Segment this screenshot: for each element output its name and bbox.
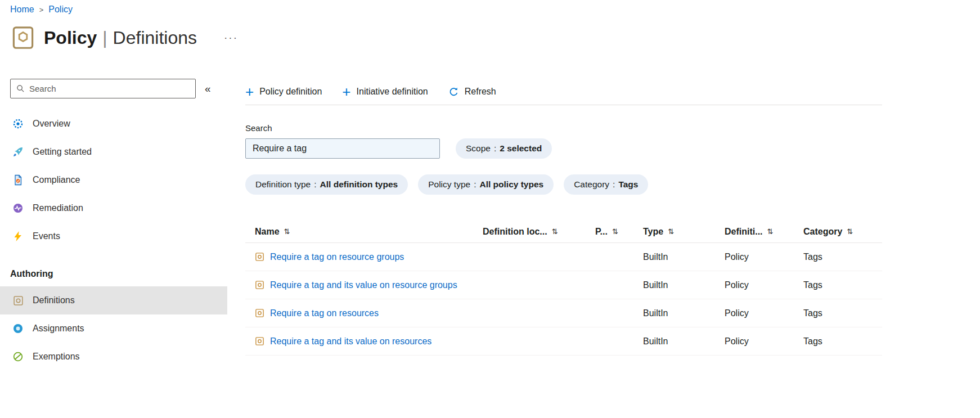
sidebar-item-events[interactable]: Events — [0, 222, 227, 250]
column-label: Definition loc... — [483, 227, 547, 237]
type-cell: BuiltIn — [643, 280, 725, 290]
sidebar-item-label: Exemptions — [33, 352, 80, 362]
column-label: Type — [643, 227, 663, 237]
sidebar-item-label: Assignments — [33, 323, 84, 334]
sidebar-section-authoring: Authoring — [0, 262, 227, 286]
page-title-secondary: Definitions — [113, 28, 197, 48]
definition-link[interactable]: Require a tag and its value on resource … — [270, 280, 457, 290]
definition-search-input[interactable] — [245, 138, 440, 159]
pill-value: All definition types — [320, 179, 398, 190]
pill-separator: : — [474, 179, 476, 190]
sidebar-item-label: Remediation — [33, 203, 83, 213]
plus-icon: + — [245, 86, 254, 97]
sort-icon: ⇅ — [668, 227, 674, 236]
sidebar-search-box[interactable] — [10, 79, 196, 98]
type-cell: BuiltIn — [643, 308, 725, 318]
page-header: Policy|Definitions ··· — [12, 26, 238, 50]
breadcrumb: Home > Policy — [10, 5, 73, 15]
scope-filter-pill[interactable]: Scope : 2 selected — [456, 138, 552, 159]
breadcrumb-home-link[interactable]: Home — [10, 5, 34, 15]
policy-definition-button[interactable]: + Policy definition — [245, 86, 322, 97]
pill-value: All policy types — [479, 179, 543, 190]
sidebar-item-label: Compliance — [33, 175, 80, 185]
policy-page-icon — [12, 26, 34, 50]
table-row: Require a tag on resource groups BuiltIn… — [245, 243, 882, 271]
breadcrumb-policy-link[interactable]: Policy — [48, 5, 73, 15]
definition-link[interactable]: Require a tag on resources — [270, 308, 379, 318]
definition-link[interactable]: Require a tag and its value on resources — [270, 336, 431, 347]
sidebar-search-input[interactable] — [29, 84, 190, 93]
category-cell: Tags — [803, 280, 871, 290]
pill-separator: : — [613, 179, 615, 190]
definition-type-cell: Policy — [725, 280, 803, 290]
sort-icon: ⇅ — [552, 227, 558, 236]
sidebar-item-remediation[interactable]: Remediation — [0, 194, 227, 222]
column-header-name[interactable]: Name ⇅ — [245, 227, 483, 237]
column-header-category[interactable]: Category ⇅ — [803, 227, 871, 237]
sort-icon: ⇅ — [767, 227, 774, 236]
refresh-button[interactable]: Refresh — [448, 87, 496, 97]
policy-type-filter-pill[interactable]: Policy type : All policy types — [418, 174, 554, 195]
definition-type-filter-pill[interactable]: Definition type : All definition types — [245, 174, 408, 195]
sidebar-item-label: Overview — [33, 119, 70, 129]
main-content: + Policy definition + Initiative definit… — [245, 79, 882, 356]
column-header-type[interactable]: Type ⇅ — [643, 227, 725, 237]
type-cell: BuiltIn — [643, 336, 725, 347]
column-label: P... — [595, 227, 608, 237]
column-header-definition-location[interactable]: Definition loc... ⇅ — [483, 227, 595, 237]
column-label: Name — [255, 227, 280, 237]
more-options-icon[interactable]: ··· — [224, 32, 238, 44]
table-row: Require a tag and its value on resources… — [245, 327, 882, 356]
toolbar-button-label: Initiative definition — [357, 87, 428, 97]
sidebar-item-overview[interactable]: Overview — [0, 110, 227, 138]
sidebar-item-definitions[interactable]: Definitions — [0, 286, 227, 314]
sidebar: « Overview Getting started Compliance — [0, 79, 227, 371]
sidebar-item-label: Definitions — [33, 295, 75, 305]
column-label: Definiti... — [725, 227, 763, 237]
sidebar-item-exemptions[interactable]: Exemptions — [0, 343, 227, 371]
definition-link[interactable]: Require a tag on resource groups — [270, 252, 404, 262]
policy-definition-icon — [255, 252, 264, 262]
definition-type-cell: Policy — [725, 336, 803, 347]
page-title-primary: Policy — [44, 28, 97, 48]
definitions-table: Name ⇅ Definition loc... ⇅ P... ⇅ Type ⇅… — [245, 221, 882, 356]
pill-label: Policy type — [428, 179, 470, 190]
pill-label: Scope — [466, 143, 491, 154]
pill-separator: : — [314, 179, 316, 190]
table-header-row: Name ⇅ Definition loc... ⇅ P... ⇅ Type ⇅… — [245, 221, 882, 243]
category-filter-pill[interactable]: Category : Tags — [564, 174, 648, 195]
category-cell: Tags — [803, 336, 871, 347]
name-cell: Require a tag on resource groups — [245, 252, 483, 262]
sort-icon: ⇅ — [612, 227, 618, 236]
name-cell: Require a tag and its value on resource … — [245, 280, 483, 290]
sidebar-item-getting-started[interactable]: Getting started — [0, 138, 227, 166]
definitions-icon — [12, 295, 24, 306]
sort-icon: ⇅ — [847, 227, 853, 236]
policy-definition-icon — [255, 280, 264, 290]
column-header-definition-type[interactable]: Definiti... ⇅ — [725, 227, 803, 237]
column-header-policies[interactable]: P... ⇅ — [595, 227, 643, 237]
toolbar-button-label: Refresh — [465, 87, 496, 97]
sidebar-item-label: Getting started — [33, 147, 92, 157]
search-icon — [16, 84, 25, 93]
category-cell: Tags — [803, 308, 871, 318]
assignments-icon — [12, 323, 24, 334]
events-icon — [12, 231, 24, 242]
sidebar-item-compliance[interactable]: Compliance — [0, 166, 227, 194]
table-row: Require a tag on resources BuiltIn Polic… — [245, 299, 882, 327]
compliance-icon — [12, 174, 24, 186]
page-title: Policy|Definitions — [44, 28, 197, 48]
sidebar-nav: Overview Getting started Compliance Reme… — [0, 110, 227, 371]
sidebar-item-label: Events — [33, 231, 60, 241]
collapse-sidebar-icon[interactable]: « — [200, 82, 215, 96]
type-cell: BuiltIn — [643, 252, 725, 262]
pill-value: 2 selected — [500, 143, 542, 154]
definition-type-cell: Policy — [725, 252, 803, 262]
policy-definitions-page: Home > Policy Policy|Definitions ··· « — [0, 0, 980, 418]
sidebar-item-assignments[interactable]: Assignments — [0, 314, 227, 343]
plus-icon: + — [342, 86, 350, 97]
initiative-definition-button[interactable]: + Initiative definition — [342, 86, 428, 97]
name-cell: Require a tag and its value on resources — [245, 336, 483, 347]
column-label: Category — [803, 227, 842, 237]
search-field-label: Search — [245, 123, 882, 133]
